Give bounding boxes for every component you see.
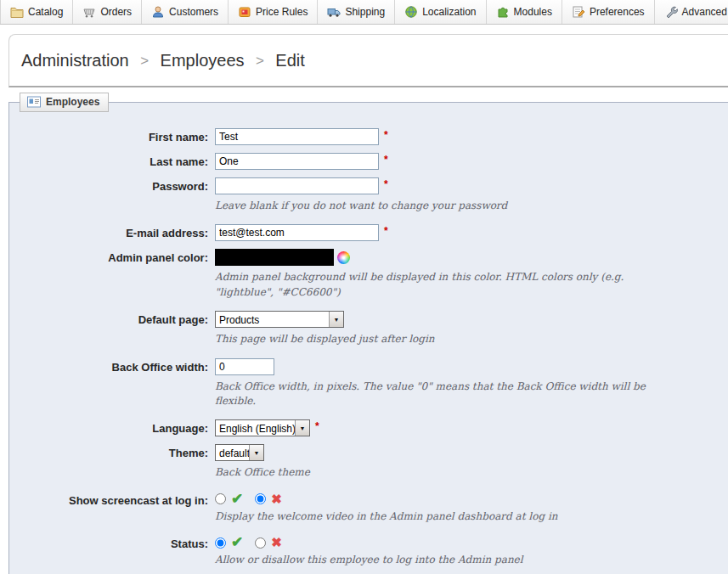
tab-customers[interactable]: Customers (142, 0, 229, 24)
bo-width-label: Back Office width: (9, 358, 215, 374)
default-page-select[interactable]: Products ▼ (215, 311, 344, 328)
password-label: Password: (9, 177, 215, 193)
truck-icon (327, 5, 341, 19)
last-name-input[interactable] (215, 153, 379, 170)
tab-catalog[interactable]: Catalog (0, 0, 73, 24)
field-hint: Admin panel background will be displayed… (215, 270, 678, 300)
required-asterisk: * (315, 420, 319, 432)
dropdown-arrow-icon: ▼ (295, 420, 309, 436)
employees-panel: Employees First name: * Last name: * Pas… (8, 102, 728, 574)
globe-icon (404, 5, 418, 19)
puzzle-icon (496, 5, 510, 19)
top-nav: Catalog Orders Customers Price Rules Shi… (0, 0, 728, 25)
cart-icon (82, 5, 96, 19)
first-name-label: First name: (9, 128, 215, 144)
language-row: Language: English (English) ▼ * (9, 419, 721, 436)
tab-label: Shipping (345, 6, 385, 18)
screencast-yes-radio[interactable] (215, 493, 226, 504)
tab-shipping[interactable]: Shipping (318, 0, 395, 24)
theme-label: Theme: (9, 444, 215, 459)
tab-label: Orders (100, 6, 132, 18)
panel-legend: Employees (20, 93, 109, 112)
required-asterisk: * (384, 154, 388, 166)
tab-price-rules[interactable]: Price Rules (229, 0, 318, 24)
language-label: Language: (9, 419, 215, 435)
dropdown-arrow-icon: ▼ (329, 312, 343, 327)
breadcrumb-employees[interactable]: Employees (161, 51, 245, 70)
status-label: Status: (9, 535, 215, 550)
tab-preferences[interactable]: Preferences (562, 0, 655, 24)
field-hint: Back Office theme (215, 465, 310, 480)
required-asterisk: * (384, 225, 388, 237)
first-name-row: First name: * (9, 128, 721, 145)
folder-icon (10, 5, 24, 19)
tab-modules[interactable]: Modules (487, 0, 562, 24)
color-picker-icon[interactable] (337, 251, 350, 264)
bo-width-input[interactable] (215, 358, 274, 375)
dropdown-arrow-icon: ▼ (249, 445, 263, 460)
theme-value: default (216, 445, 249, 460)
tab-label: Price Rules (256, 6, 308, 18)
first-name-input[interactable] (215, 128, 379, 145)
cross-icon: ✖ (271, 493, 282, 505)
field-hint: This page will be displayed just after l… (215, 332, 435, 346)
tab-localization[interactable]: Localization (395, 0, 486, 24)
admin-color-input[interactable] (215, 249, 334, 266)
required-asterisk: * (384, 129, 388, 141)
password-row: Password: * Leave blank if you do not wa… (9, 177, 721, 224)
panel-legend-label: Employees (46, 96, 99, 108)
screencast-no-radio[interactable] (255, 493, 266, 504)
price-tag-icon (238, 5, 251, 19)
screencast-label: Show screencast at log in: (9, 492, 215, 507)
default-page-value: Products (216, 312, 329, 327)
admin-color-label: Admin panel color: (9, 249, 215, 264)
field-hint: Display the welcome video in the Admin p… (215, 509, 557, 524)
theme-row: Theme: default ▼ Back Office theme (9, 444, 721, 491)
required-asterisk: * (384, 178, 388, 194)
status-no-radio[interactable] (255, 537, 266, 549)
employee-card-icon (27, 96, 41, 108)
field-hint: Allow or disallow this employee to log i… (215, 553, 523, 567)
tab-label: Catalog (28, 6, 63, 18)
breadcrumb-separator: > (133, 53, 156, 69)
breadcrumb-separator: > (248, 53, 272, 69)
tab-label: Localization (422, 6, 476, 18)
tab-label: Modules (514, 6, 552, 18)
default-page-row: Default page: Products ▼ This page will … (9, 311, 721, 357)
tab-label: Customers (169, 6, 218, 18)
screencast-row: Show screencast at log in: ✔ ✖ Display t… (9, 492, 721, 535)
tab-label: Preferences (590, 6, 645, 18)
last-name-label: Last name: (9, 153, 215, 168)
admin-color-row: Admin panel color: Admin panel backgroun… (9, 249, 721, 311)
breadcrumb: Administration > Employees > Edit (8, 34, 728, 87)
check-icon: ✔ (231, 493, 243, 505)
breadcrumb-administration[interactable]: Administration (21, 51, 129, 70)
status-row: Status: ✔ ✖ Allow or disallow this emplo… (9, 535, 721, 574)
breadcrumb-edit: Edit (275, 51, 304, 70)
check-icon: ✔ (231, 537, 243, 549)
preferences-icon (572, 5, 585, 19)
last-name-row: Last name: * (9, 153, 721, 170)
field-hint: Leave blank if you do not want to change… (215, 199, 507, 213)
language-value: English (English) (216, 420, 295, 436)
cross-icon: ✖ (271, 537, 282, 549)
theme-select[interactable]: default ▼ (215, 444, 264, 461)
language-select[interactable]: English (English) ▼ (215, 419, 310, 436)
status-yes-radio[interactable] (215, 537, 226, 549)
tab-label: Advanced Parameters (682, 6, 728, 18)
default-page-label: Default page: (9, 311, 215, 326)
tab-advanced-parameters[interactable]: Advanced Parameters (655, 0, 728, 24)
tab-orders[interactable]: Orders (73, 0, 142, 24)
email-input[interactable] (215, 224, 379, 241)
wrench-icon (664, 5, 678, 19)
field-hint: Back Office width, in pixels. The value … (215, 380, 678, 409)
bo-width-row: Back Office width: Back Office width, in… (9, 358, 721, 420)
password-input[interactable] (215, 177, 379, 194)
email-row: E-mail address: * (9, 224, 721, 241)
customer-icon (151, 5, 165, 19)
email-label: E-mail address: (9, 224, 215, 239)
